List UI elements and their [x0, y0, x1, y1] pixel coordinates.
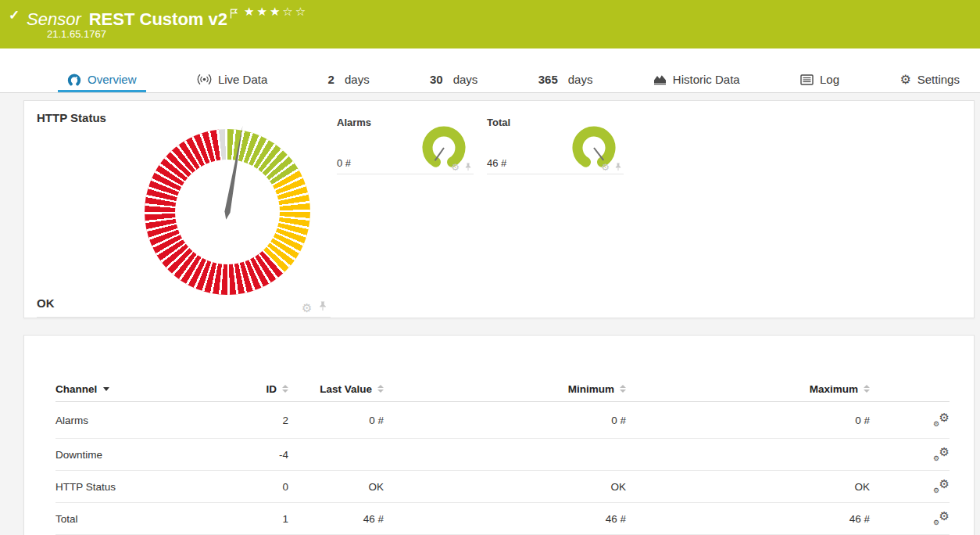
- tab-30-days[interactable]: 30 days: [420, 66, 487, 92]
- priority-stars[interactable]: ★★★☆☆: [244, 5, 308, 19]
- sensor-name: REST Custom v2: [89, 9, 227, 29]
- http-gauge-actions: ⚙: [302, 300, 327, 314]
- column-header-minimum[interactable]: Minimum: [384, 383, 626, 395]
- sort-toggle-icon: [864, 385, 870, 393]
- table-row-http-status: HTTP Status 0 OK OK OK ⚙⚙: [55, 471, 950, 503]
- alarms-mini-panel: Alarms 0 # ⚙: [337, 117, 474, 174]
- column-header-id-label: ID: [266, 383, 277, 395]
- live-signal-icon: [197, 74, 212, 85]
- channel-id: 1: [235, 513, 288, 525]
- column-header-last-value[interactable]: Last Value: [288, 383, 384, 395]
- tab-30-days-number: 30: [430, 73, 443, 86]
- sensor-version: 21.1.65.1767: [47, 28, 106, 40]
- channel-name: HTTP Status: [55, 481, 235, 493]
- pin-icon[interactable]: [464, 160, 472, 174]
- tab-2-days-number: 2: [328, 73, 334, 86]
- alarms-gauge-label: Alarms: [337, 117, 371, 128]
- total-gauge-value: 46 #: [487, 157, 506, 169]
- channel-name: Downtime: [55, 449, 235, 461]
- channel-maximum: OK: [626, 481, 870, 493]
- column-header-last-value-label: Last Value: [320, 383, 372, 395]
- channel-id: 2: [235, 415, 288, 426]
- channel-name: Alarms: [55, 415, 235, 426]
- channel-settings-gears-icon[interactable]: ⚙⚙: [932, 479, 950, 494]
- gauge-settings-gear-icon[interactable]: ⚙: [601, 163, 610, 172]
- tab-365-days-number: 365: [538, 73, 558, 86]
- object-type-label: Sensor: [27, 9, 81, 29]
- total-mini-panel: Total 46 # ⚙: [487, 117, 624, 174]
- channel-maximum: 46 #: [626, 513, 870, 525]
- channel-settings-gears-icon[interactable]: ⚙⚙: [932, 412, 950, 428]
- total-gauge-actions: ⚙: [601, 160, 622, 174]
- column-header-channel-label: Channel: [55, 383, 97, 395]
- column-header-minimum-label: Minimum: [568, 383, 614, 395]
- channel-maximum: 0 #: [626, 415, 870, 426]
- page-content: HTTP Status OK ⚙ Alarms 0 # ⚙: [0, 93, 980, 535]
- log-list-icon: [800, 74, 814, 85]
- tab-overview[interactable]: Overview: [58, 66, 146, 92]
- flag-icon[interactable]: [230, 3, 238, 23]
- overview-gauges-panel: HTTP Status OK ⚙ Alarms 0 # ⚙: [23, 100, 975, 318]
- column-header-channel[interactable]: Channel: [55, 383, 235, 395]
- channel-id: 0: [235, 481, 288, 493]
- table-row-alarms: Alarms 2 0 # 0 # 0 # ⚙⚙: [55, 402, 950, 439]
- tab-bar: Overview Live Data 2 days 30 days 365 da…: [0, 66, 980, 93]
- http-status-value: OK: [37, 296, 55, 310]
- gauge-settings-gear-icon[interactable]: ⚙: [451, 163, 460, 172]
- sort-toggle-icon: [377, 385, 384, 393]
- gauge-settings-gear-icon[interactable]: ⚙: [302, 302, 312, 314]
- alarms-gauge-actions: ⚙: [451, 160, 472, 174]
- tab-365-days-label: days: [568, 73, 593, 86]
- tab-log-label: Log: [820, 73, 839, 86]
- channel-id: -4: [235, 449, 288, 461]
- channel-table-header: Channel ID Last Value Minimum Maximum: [55, 376, 950, 402]
- column-header-maximum[interactable]: Maximum: [626, 383, 870, 395]
- channel-last-value: OK: [288, 481, 384, 493]
- channel-settings-gears-icon[interactable]: ⚙⚙: [932, 511, 950, 526]
- channel-name: Total: [55, 513, 235, 525]
- pin-icon[interactable]: [318, 300, 327, 314]
- tab-settings-label: Settings: [917, 73, 960, 86]
- table-row-downtime: Downtime -4 ⚙⚙: [55, 439, 950, 471]
- tab-settings[interactable]: ⚙ Settings: [890, 66, 969, 92]
- tab-live-data[interactable]: Live Data: [188, 66, 277, 92]
- sort-toggle-icon: [282, 385, 288, 393]
- channel-last-value: 0 #: [288, 415, 384, 426]
- tab-365-days[interactable]: 365 days: [529, 66, 603, 92]
- alarms-gauge-value: 0 #: [337, 157, 351, 169]
- tab-historic-data[interactable]: Historic Data: [644, 66, 749, 92]
- http-panel-divider: [37, 317, 331, 318]
- tab-log[interactable]: Log: [791, 66, 849, 92]
- table-row-total: Total 1 46 # 46 # 46 # ⚙⚙: [55, 503, 950, 535]
- column-header-id[interactable]: ID: [235, 383, 288, 395]
- gear-icon: ⚙: [900, 74, 910, 86]
- gauge-icon: [67, 73, 81, 87]
- column-header-maximum-label: Maximum: [810, 383, 858, 395]
- tab-historic-data-label: Historic Data: [673, 73, 740, 86]
- area-chart-icon: [653, 74, 667, 85]
- channel-minimum: 46 #: [384, 513, 626, 525]
- sensor-header: ✓ SensorREST Custom v2 ★★★☆☆ 21.1.65.176…: [0, 0, 980, 48]
- channel-minimum: OK: [384, 481, 626, 493]
- channel-settings-gears-icon[interactable]: ⚙⚙: [932, 447, 950, 462]
- channel-minimum: 0 #: [384, 415, 626, 426]
- http-status-gauge: [145, 129, 310, 295]
- total-gauge-label: Total: [487, 117, 510, 128]
- http-status-gauge-title: HTTP Status: [37, 111, 106, 124]
- channel-table: Channel ID Last Value Minimum Maximum: [55, 376, 950, 535]
- tab-30-days-label: days: [453, 73, 478, 86]
- tab-live-data-label: Live Data: [218, 73, 267, 86]
- tab-2-days[interactable]: 2 days: [319, 66, 379, 92]
- sensor-title-line: SensorREST Custom v2: [27, 3, 238, 30]
- status-ok-check-icon: ✓: [9, 7, 20, 23]
- tab-overview-label: Overview: [88, 73, 137, 86]
- channels-panel: Channel ID Last Value Minimum Maximum: [23, 335, 975, 535]
- tab-2-days-label: days: [345, 73, 370, 86]
- pin-icon[interactable]: [614, 160, 622, 174]
- channel-last-value: 46 #: [288, 513, 384, 525]
- sort-toggle-icon: [620, 385, 626, 393]
- sort-desc-icon: [103, 387, 109, 391]
